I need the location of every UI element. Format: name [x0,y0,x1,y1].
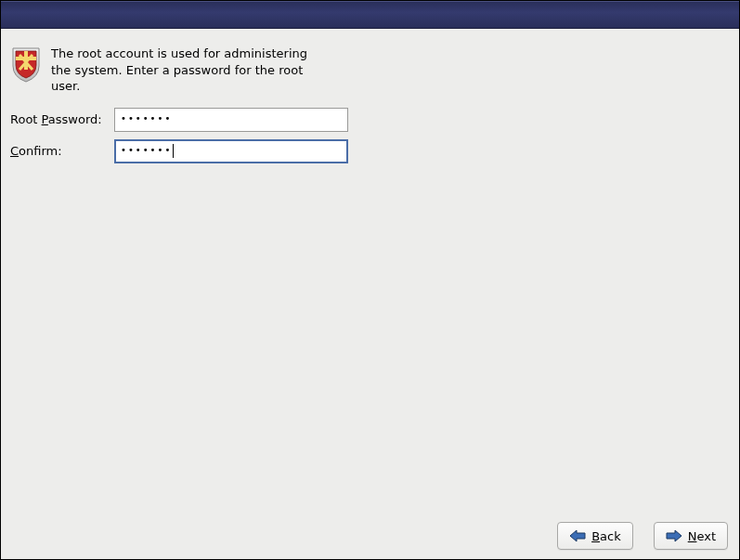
next-button[interactable]: Next [654,522,728,550]
password-label-pre: Root [10,112,42,126]
password-row: Root Password: ••••••• [10,108,730,132]
password-label-post: assword: [48,112,102,126]
next-post: ext [696,529,716,543]
intro-text: The root account is used for administeri… [51,46,330,95]
back-button-label: Back [591,529,621,543]
password-input[interactable]: ••••••• [114,108,348,132]
next-button-label: Next [688,529,716,543]
arrow-left-icon [569,529,586,542]
password-label: Root Password: [10,112,114,126]
confirm-value: ••••••• [121,145,172,155]
back-post: ack [600,529,621,543]
intro-row: The root account is used for administeri… [10,46,730,95]
confirm-input[interactable]: ••••••• [114,139,348,163]
confirm-label-post: onfirm: [19,144,62,158]
confirm-label-accel: C [10,144,19,158]
header-band [1,1,739,29]
password-value: ••••••• [121,113,172,124]
back-button[interactable]: Back [557,522,633,550]
back-accel: B [591,529,600,543]
main-content: The root account is used for administeri… [1,29,739,560]
root-shield-icon [10,46,42,83]
arrow-right-icon [666,529,682,542]
next-accel: N [688,529,697,543]
password-label-accel: P [42,112,48,126]
button-bar: Back Next [557,522,728,550]
text-caret [173,144,174,158]
confirm-row: Confirm: ••••••• [10,139,730,163]
confirm-label: Confirm: [10,144,114,158]
